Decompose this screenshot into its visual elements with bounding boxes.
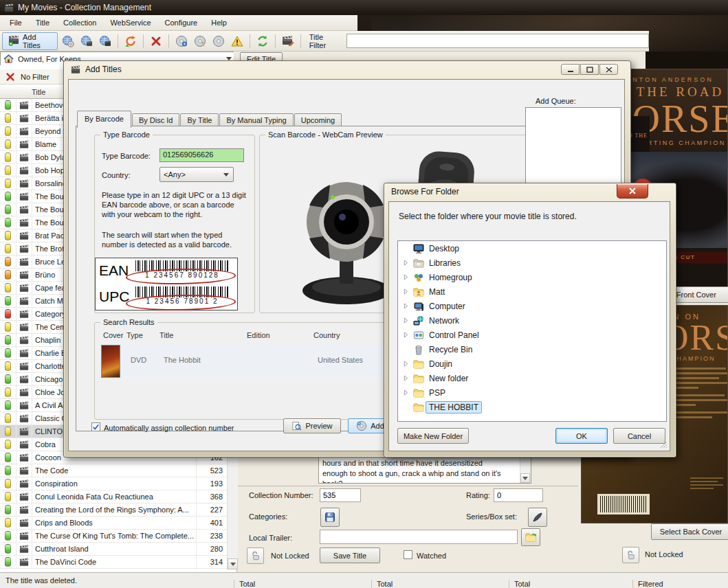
sync-orange-icon[interactable] bbox=[122, 33, 139, 49]
expand-arrow-icon[interactable] bbox=[404, 317, 413, 324]
back-lock-button[interactable] bbox=[622, 547, 639, 563]
series-box-button[interactable] bbox=[528, 508, 547, 527]
status-badge bbox=[0, 451, 16, 464]
browse-dialog-titlebar[interactable]: Browse For Folder bbox=[391, 187, 459, 196]
column-header-title[interactable]: Title bbox=[159, 331, 173, 339]
disc-camera-icon[interactable] bbox=[173, 33, 190, 49]
tree-item-recycle-bin[interactable]: Recycle Bin bbox=[398, 342, 666, 357]
title-list-row[interactable]: Cutthroat Island280 bbox=[0, 543, 227, 556]
not-locked-label: Not Locked bbox=[271, 552, 309, 560]
clapper-icon bbox=[16, 256, 32, 268]
close-button[interactable] bbox=[617, 184, 648, 199]
maximize-button[interactable] bbox=[580, 64, 599, 75]
title-cell: The Curse Of King Tut's Tomb: The Comple… bbox=[32, 532, 196, 540]
tree-item-the-hobbit[interactable]: THE HOBBIT bbox=[398, 400, 666, 414]
scroll-down-arrow[interactable] bbox=[228, 558, 238, 569]
resize-grip[interactable] bbox=[660, 441, 667, 448]
title-list-row[interactable]: Creating the Lord of the Rings Symphony:… bbox=[0, 504, 227, 517]
globe-disc-icon[interactable] bbox=[60, 33, 76, 49]
clapper-icon bbox=[16, 151, 32, 163]
delete-x-icon[interactable] bbox=[148, 33, 164, 49]
column-header-edition[interactable]: Edition bbox=[247, 331, 270, 339]
categories-button[interactable] bbox=[320, 508, 340, 527]
menu-help[interactable]: Help bbox=[206, 16, 232, 29]
auto-assign-checkbox[interactable] bbox=[91, 422, 100, 431]
collection-number-input[interactable] bbox=[320, 488, 361, 502]
globe-clapper2-icon[interactable] bbox=[97, 33, 113, 49]
add-titles-dialog-titlebar[interactable]: Add Titles bbox=[71, 65, 122, 74]
disc-person-icon[interactable] bbox=[192, 33, 208, 49]
browse-dialog-body: Select the folder where your movie title… bbox=[388, 201, 670, 451]
tree-item-desktop[interactable]: Desktop bbox=[398, 241, 666, 256]
menu-collection[interactable]: Collection bbox=[58, 16, 102, 29]
refresh-green-icon[interactable] bbox=[254, 33, 271, 49]
add-titles-button[interactable]: Add Titles bbox=[2, 32, 58, 50]
expand-arrow-icon[interactable] bbox=[404, 274, 413, 280]
expand-arrow-icon[interactable] bbox=[404, 289, 413, 295]
rating-input[interactable] bbox=[494, 488, 543, 502]
app-icon bbox=[4, 3, 14, 12]
column-header-country[interactable]: Country bbox=[313, 331, 340, 339]
column-header-cover[interactable]: Cover bbox=[103, 331, 123, 339]
country-combo[interactable]: <Any> bbox=[159, 167, 234, 182]
title-list-row[interactable]: The Curse Of King Tut's Tomb: The Comple… bbox=[0, 530, 227, 543]
tree-item-homegroup[interactable]: Homegroup bbox=[398, 270, 666, 284]
tree-item-network[interactable]: Network bbox=[398, 313, 666, 328]
barcode-example-image: EAN 1 234567 890128 UPC 1 23456 78901 2 bbox=[95, 258, 238, 310]
window-title: My Movies - Collection Management bbox=[18, 3, 151, 12]
select-back-cover-button[interactable]: Select Back Cover bbox=[651, 523, 728, 540]
tree-item-doujin[interactable]: Doujin bbox=[398, 357, 666, 371]
ok-button[interactable]: OK bbox=[555, 428, 608, 444]
warning-icon[interactable] bbox=[229, 33, 245, 49]
globe-clapper-icon[interactable] bbox=[78, 33, 95, 49]
close-button[interactable] bbox=[599, 64, 618, 75]
lock-button[interactable] bbox=[247, 547, 264, 564]
save-title-button[interactable]: Save Title bbox=[320, 547, 380, 563]
menu-title[interactable]: Title bbox=[30, 16, 55, 29]
tree-item-control-panel[interactable]: Control Panel bbox=[398, 328, 666, 342]
expand-arrow-icon[interactable] bbox=[404, 361, 413, 367]
watched-label: Watched bbox=[417, 552, 446, 560]
menu-configure[interactable]: Configure bbox=[159, 16, 203, 29]
title-list-row[interactable]: Conspiration193 bbox=[0, 477, 227, 490]
tree-item-computer[interactable]: Computer bbox=[398, 299, 666, 313]
status-badge bbox=[0, 269, 16, 281]
disc-plain-icon[interactable] bbox=[210, 33, 227, 49]
series-box-label: Series/Box set: bbox=[466, 512, 517, 521]
tab-by-barcode[interactable]: By Barcode bbox=[77, 111, 131, 128]
expand-arrow-icon[interactable] bbox=[404, 332, 413, 338]
preview-button[interactable]: Preview bbox=[283, 418, 341, 433]
tree-item-new-folder[interactable]: New folder bbox=[398, 371, 666, 385]
tree-item-psp[interactable]: PSP bbox=[398, 385, 666, 400]
watched-checkbox[interactable] bbox=[404, 550, 412, 559]
minimize-button[interactable] bbox=[561, 64, 580, 75]
menu-webservice[interactable]: WebService bbox=[104, 16, 156, 29]
expand-arrow-icon[interactable] bbox=[404, 389, 413, 396]
statusbar-segment: Filtered Titles: 298 bbox=[638, 580, 663, 588]
clapper-edit-icon[interactable] bbox=[280, 33, 296, 49]
title-filter-input[interactable] bbox=[346, 34, 649, 48]
toolbar: Add Titles Title Filter bbox=[0, 31, 649, 52]
expand-arrow-icon[interactable] bbox=[404, 260, 413, 266]
local-trailer-browse-button[interactable] bbox=[521, 528, 540, 546]
column-header-type[interactable]: Type bbox=[126, 331, 143, 339]
expand-arrow-icon[interactable] bbox=[404, 375, 413, 381]
tree-item-libraries[interactable]: Libraries bbox=[398, 256, 666, 270]
status-badge bbox=[0, 464, 16, 477]
control-panel-icon bbox=[413, 330, 426, 341]
cancel-button[interactable]: Cancel bbox=[613, 428, 665, 444]
menu-file[interactable]: File bbox=[4, 16, 27, 29]
local-trailer-input[interactable] bbox=[320, 530, 518, 544]
status-badge bbox=[0, 216, 16, 229]
make-new-folder-button[interactable]: Make New Folder bbox=[397, 428, 469, 444]
title-list-row[interactable]: Conul Leonida Fata Cu Reactiunea368 bbox=[0, 490, 227, 504]
clapper-icon bbox=[16, 412, 32, 425]
barcode-input[interactable]: 012569056626 bbox=[159, 148, 244, 162]
title-list-row[interactable]: The DaVinci Code314 bbox=[0, 556, 227, 569]
tree-item-matt[interactable]: Matt bbox=[398, 284, 666, 299]
expand-arrow-icon[interactable] bbox=[404, 303, 413, 309]
title-list-row[interactable]: The Code523 bbox=[0, 464, 227, 477]
title-list-row[interactable] bbox=[0, 569, 227, 569]
title-list-row[interactable]: Crips and Bloods401 bbox=[0, 517, 227, 530]
clapper-icon bbox=[16, 308, 32, 320]
